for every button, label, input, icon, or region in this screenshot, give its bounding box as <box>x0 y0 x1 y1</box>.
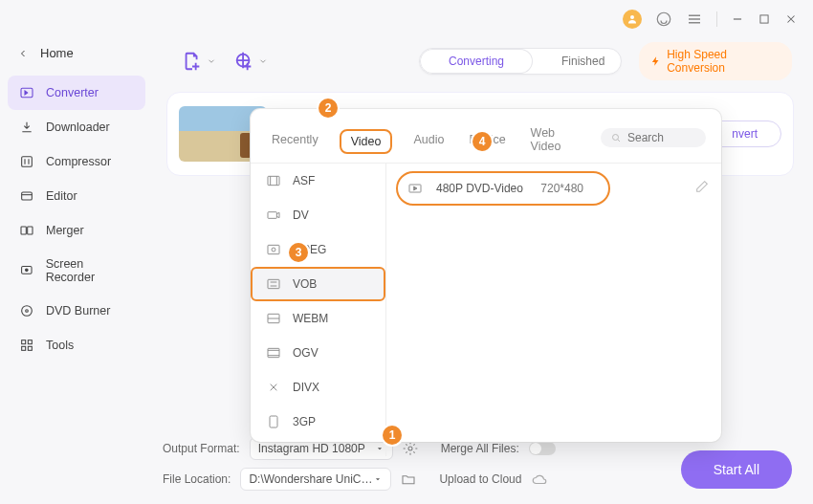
converter-icon <box>19 85 34 100</box>
callout-3: 3 <box>289 243 308 262</box>
nav-compressor[interactable]: Compressor <box>8 144 145 179</box>
nav-label: Merger <box>46 224 84 237</box>
svg-point-9 <box>26 269 29 272</box>
open-folder-icon[interactable] <box>401 471 416 487</box>
nav-label: Downloader <box>46 121 110 134</box>
bolt-icon <box>650 55 661 67</box>
svg-point-10 <box>22 306 33 317</box>
format-ogv[interactable]: OGV <box>251 336 385 370</box>
high-speed-label: High Speed Conversion <box>667 48 780 75</box>
format-popup: Recently Video Audio Device Web Video AS… <box>251 109 721 442</box>
format-asf[interactable]: ASF <box>251 164 385 198</box>
search-input[interactable] <box>627 131 696 144</box>
chevron-down-icon <box>207 56 216 66</box>
format-label: WEBM <box>293 312 328 325</box>
callout-2: 2 <box>319 99 338 118</box>
add-url-button[interactable] <box>233 51 268 72</box>
preset-panel: 480P DVD-Video 720*480 <box>386 164 721 456</box>
add-file-button[interactable] <box>182 51 216 72</box>
nav-editor[interactable]: Editor <box>8 179 145 213</box>
svg-rect-7 <box>28 227 33 234</box>
minimize-button[interactable] <box>731 12 744 26</box>
upload-cloud-label: Upload to Cloud <box>439 472 521 486</box>
tab-finished[interactable]: Finished <box>533 49 622 74</box>
preset-480p-dvd[interactable]: 480P DVD-Video 720*480 <box>398 173 608 204</box>
file-location-dropdown[interactable]: D:\Wondershare UniConverter 1 <box>240 468 391 491</box>
format-label: 3GP <box>293 415 316 428</box>
menu-icon[interactable] <box>686 11 703 28</box>
format-vob[interactable]: VOB <box>251 267 385 301</box>
tab-web-video[interactable]: Web Video <box>527 121 583 163</box>
format-webm[interactable]: WEBM <box>251 301 385 336</box>
video-icon <box>407 181 423 196</box>
edit-preset-icon[interactable] <box>694 179 710 194</box>
format-mpeg[interactable]: MPEG <box>251 232 385 267</box>
format-label: DV <box>293 208 309 222</box>
svg-rect-6 <box>21 227 26 234</box>
nav-dvd-burner[interactable]: DVD Burner <box>8 294 145 328</box>
callout-4: 4 <box>472 132 492 151</box>
svg-point-0 <box>630 15 634 19</box>
svg-rect-2 <box>760 15 768 23</box>
nav-tools[interactable]: Tools <box>8 328 145 362</box>
status-tabs: Converting Finished <box>419 48 622 75</box>
tab-video[interactable]: Video <box>340 129 393 154</box>
home-breadcrumb[interactable]: Home <box>8 38 145 76</box>
close-button[interactable] <box>784 12 798 26</box>
tab-converting[interactable]: Converting <box>420 49 533 74</box>
format-list: ASF DV MPEG VOB WEBM OGV DIVX 3GP <box>251 164 386 456</box>
file-location-label: File Location: <box>163 472 231 486</box>
svg-point-11 <box>26 310 29 313</box>
nav-converter[interactable]: Converter <box>8 76 145 110</box>
tab-recently[interactable]: Recently <box>268 127 322 156</box>
svg-rect-13 <box>28 340 32 344</box>
nav-label: DVD Burner <box>46 304 110 318</box>
format-label: ASF <box>293 174 315 187</box>
format-icon <box>266 242 281 257</box>
titlebar <box>0 0 813 38</box>
nav-label: Converter <box>46 86 99 99</box>
add-file-icon <box>182 51 203 72</box>
output-format-label: Output Format: <box>163 442 240 455</box>
editor-icon <box>19 188 34 204</box>
callout-1: 1 <box>383 426 402 445</box>
svg-rect-26 <box>268 348 279 357</box>
start-all-button[interactable]: Start All <box>681 450 792 489</box>
tab-audio[interactable]: Audio <box>409 127 448 156</box>
recorder-icon <box>19 263 34 278</box>
format-search[interactable] <box>601 128 706 147</box>
cloud-icon[interactable] <box>531 471 548 488</box>
svg-rect-20 <box>268 176 279 185</box>
support-icon[interactable] <box>655 11 672 28</box>
maximize-button[interactable] <box>758 12 771 26</box>
svg-point-23 <box>272 248 275 252</box>
nav-label: Screen Recorder <box>46 257 134 284</box>
svg-rect-22 <box>268 245 279 253</box>
toolbar: Converting Finished High Speed Conversio… <box>157 38 798 90</box>
format-dv[interactable]: DV <box>251 198 385 232</box>
download-icon <box>19 120 34 135</box>
format-icon <box>266 311 281 326</box>
svg-rect-24 <box>268 279 279 288</box>
sidebar: Home Converter Downloader Compressor Edi… <box>0 38 153 504</box>
format-icon <box>266 380 281 395</box>
preset-resolution: 720*480 <box>540 182 583 195</box>
nav-downloader[interactable]: Downloader <box>8 110 145 144</box>
nav-label: Tools <box>46 339 74 352</box>
chevron-down-icon <box>258 56 268 66</box>
svg-rect-5 <box>22 192 33 200</box>
nav-screen-recorder[interactable]: Screen Recorder <box>8 248 145 294</box>
format-3gp[interactable]: 3GP <box>251 405 385 439</box>
compressor-icon <box>19 154 34 169</box>
svg-rect-14 <box>22 346 26 350</box>
format-icon <box>266 276 281 292</box>
format-icon <box>266 414 281 429</box>
nav-label: Compressor <box>46 155 111 168</box>
nav-merger[interactable]: Merger <box>8 213 145 248</box>
format-divx[interactable]: DIVX <box>251 370 385 405</box>
tools-icon <box>19 338 34 353</box>
merger-icon <box>19 223 34 238</box>
home-label: Home <box>40 46 74 60</box>
user-avatar[interactable] <box>623 10 642 29</box>
high-speed-badge[interactable]: High Speed Conversion <box>639 42 792 80</box>
